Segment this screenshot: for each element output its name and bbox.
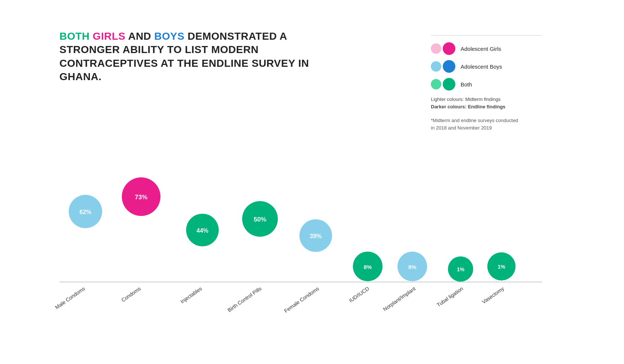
legend-circle-boys-dark [443, 60, 455, 73]
xlabel-male-condoms: Male Condoms [54, 285, 86, 310]
label-both-bcp: 50% [254, 216, 266, 223]
label-boys-female-condoms: 39% [310, 233, 322, 239]
label-both-injectables: 44% [196, 227, 208, 234]
legend-circles-boys [431, 60, 455, 73]
xlabel-female-condoms: Female Condoms [283, 285, 320, 314]
xlabel-iud: IUD/IUCD [348, 285, 370, 304]
legend-item-boys: Adolescent Boys [431, 60, 550, 73]
chart-svg: 62% 73% 44% 50% 39% 8% 8% 1% 1% [37, 93, 550, 345]
chart-title: BOTH GIRLS AND BOYS DEMONSTRATED A STRON… [59, 30, 312, 84]
main-container: BOTH GIRLS AND BOYS DEMONSTRATED A STRON… [0, 0, 624, 364]
xlabel-bcp: Birth Control Pills [227, 285, 263, 313]
legend-label-girls: Adolescent Girls [461, 46, 501, 52]
legend-circle-girls-light [431, 43, 441, 54]
label-boys-norplant: 8% [408, 264, 416, 270]
legend-item-girls: Adolescent Girls [431, 42, 550, 55]
xlabel-norplant: Norplant/Implant [382, 285, 416, 312]
label-both-iud: 8% [364, 264, 372, 270]
title-and: AND [126, 30, 155, 42]
label-both-tubal: 1% [457, 266, 465, 272]
legend-circle-both-light [431, 79, 441, 89]
legend-label-boys: Adolescent Boys [461, 63, 502, 70]
legend-circles-both [431, 78, 455, 91]
legend-circle-both-dark [443, 78, 455, 91]
label-boys-male-condoms: 62% [79, 209, 91, 215]
legend-circles-girls [431, 42, 455, 55]
xlabel-condoms: Condoms [120, 285, 142, 303]
title-area: BOTH GIRLS AND BOYS DEMONSTRATED A STRON… [59, 30, 312, 84]
xlabel-tubal: Tubal ligation [436, 285, 464, 308]
xlabel-injectables: Injectables [179, 285, 203, 305]
legend-item-both: Both [431, 78, 550, 91]
title-girls: GIRLS [93, 30, 126, 42]
legend-circle-boys-light [431, 61, 441, 72]
title-boys: BOYS [154, 30, 184, 42]
legend-label-both: Both [461, 81, 472, 88]
title-both: BOTH [59, 30, 93, 42]
legend-circle-girls-dark [443, 42, 455, 55]
label-girls-condoms: 73% [135, 194, 147, 201]
legend-divider [431, 35, 542, 36]
label-both-vasectomy: 1% [498, 264, 506, 270]
xlabel-vasectomy: Vasectomy [481, 285, 505, 305]
